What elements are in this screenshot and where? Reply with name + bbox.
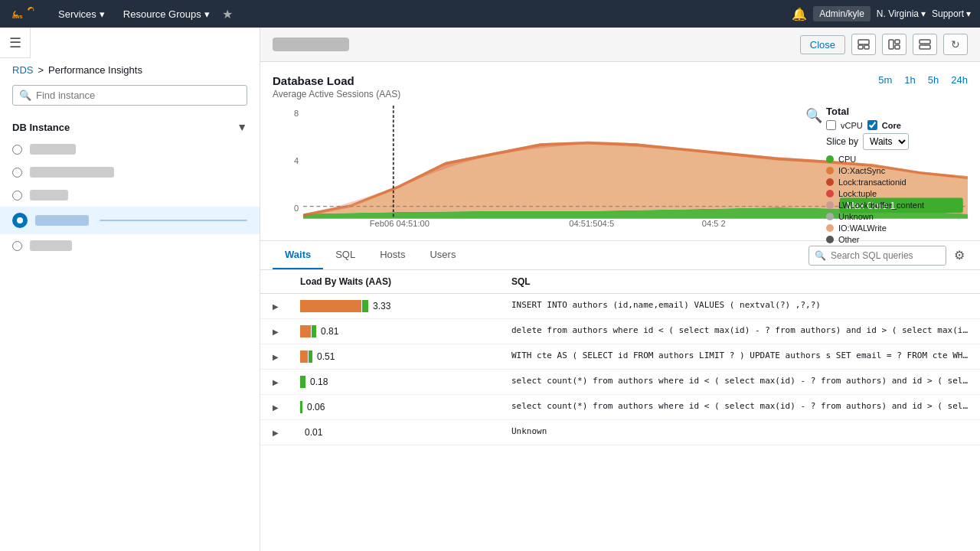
data-table: Load By Waits (AAS) SQL ▶3.33INSERT INTO… — [260, 270, 980, 445]
legend-label-unknown: Unknown — [838, 212, 874, 221]
expand-btn-5[interactable]: ▶ — [270, 427, 282, 439]
layout-icon-btn-1[interactable] — [851, 34, 876, 55]
user-menu[interactable]: Admin/kyle — [813, 6, 871, 21]
table-row: ▶0.18select count(*) from authors where … — [260, 370, 980, 395]
table-row: ▶0.51WITH cte AS ( SELECT id FROM author… — [260, 344, 980, 370]
sql-cell[interactable]: WITH cte AS ( SELECT id FROM authors LIM… — [502, 344, 980, 370]
list-item[interactable] — [0, 138, 260, 161]
bar-segment — [300, 350, 308, 363]
db-radio-3[interactable] — [12, 191, 22, 201]
db-radio-5[interactable] — [12, 241, 22, 251]
legend-dot-lock-tuple — [826, 190, 834, 197]
core-checkbox[interactable] — [867, 120, 877, 130]
vcpu-checkbox[interactable] — [826, 120, 836, 130]
expand-btn-1[interactable]: ▶ — [270, 326, 282, 337]
legend-dot-io-xact — [826, 167, 834, 174]
header-actions: Close — [800, 34, 968, 55]
tab-sql[interactable]: SQL — [323, 241, 368, 269]
legend-lock-tx: Lock:transactionid — [826, 178, 968, 187]
th-expand — [260, 270, 291, 294]
search-queries-input[interactable] — [808, 246, 946, 266]
slice-by-select[interactable]: Waits — [863, 133, 909, 150]
legend-label-lock-tuple: Lock:tuple — [838, 189, 877, 198]
magnify-icon[interactable]: 🔍 — [805, 108, 822, 123]
db-label-blur-1 — [30, 144, 76, 155]
list-item[interactable] — [0, 161, 260, 184]
time-btn-5h[interactable]: 5h — [928, 74, 939, 86]
sql-cell[interactable]: delete from authors where id < ( select … — [502, 319, 980, 344]
legend-lock-tuple: Lock:tuple — [826, 189, 968, 198]
svg-text:Feb06 04:51:00: Feb06 04:51:00 — [370, 219, 430, 228]
db-label-blur-2 — [30, 167, 114, 178]
refresh-icon: ↻ — [951, 38, 960, 51]
legend-dot-lwlock — [826, 201, 834, 209]
chart-area: 8 4 0 — [273, 106, 968, 228]
sql-text: select count(*) from authors where id < … — [511, 376, 971, 386]
list-item[interactable] — [0, 234, 260, 257]
bell-icon[interactable]: 🔔 — [792, 7, 807, 21]
legend-label-io-wal: IO:WALWrite — [838, 223, 887, 233]
tab-waits[interactable]: Waits — [273, 241, 323, 269]
list-item[interactable] — [0, 184, 260, 207]
search-queries-icon: 🔍 — [815, 250, 826, 261]
tab-hosts[interactable]: Hosts — [368, 241, 417, 269]
layout-icon-btn-2[interactable] — [882, 34, 906, 55]
resource-groups-nav[interactable]: Resource Groups ▾ — [117, 5, 216, 23]
load-cell: 0.51 — [291, 344, 502, 370]
legend-label-lock-tx: Lock:transactionid — [838, 178, 906, 187]
bar-segment — [300, 300, 361, 312]
svg-rect-3 — [864, 45, 869, 49]
load-cell: 3.33 — [291, 294, 502, 319]
expand-btn-0[interactable]: ▶ — [270, 301, 282, 312]
sql-cell[interactable]: Unknown — [502, 420, 980, 445]
y-label-8: 8 — [294, 109, 299, 118]
list-item-selected[interactable] — [0, 207, 260, 234]
services-chevron: ▾ — [100, 8, 105, 20]
layout-icon-btn-3[interactable] — [913, 34, 937, 55]
vcpu-label[interactable]: vCPU — [841, 121, 863, 130]
filter-icon[interactable]: ▼ — [237, 121, 247, 133]
legend-dot-io-wal — [826, 224, 834, 232]
svg-rect-1 — [858, 40, 869, 44]
breadcrumb-sep: > — [38, 64, 44, 76]
support-chevron: ▾ — [966, 8, 971, 19]
time-btn-1h[interactable]: 1h — [904, 74, 915, 86]
sql-cell[interactable]: select count(*) from authors where id < … — [502, 370, 980, 395]
search-queries-wrapper: 🔍 — [808, 246, 946, 266]
search-input[interactable] — [36, 90, 240, 101]
load-cell: 0.01 — [291, 420, 502, 445]
top-nav: aws Services ▾ Resource Groups ▾ ★ 🔔 Adm… — [0, 0, 980, 28]
tab-users[interactable]: Users — [417, 241, 468, 269]
support-menu[interactable]: Support ▾ — [932, 8, 971, 19]
rds-link[interactable]: RDS — [12, 64, 33, 76]
refresh-button[interactable]: ↻ — [943, 34, 968, 55]
time-btn-24h[interactable]: 24h — [951, 74, 968, 86]
legend-slice-by: Slice by Waits — [826, 133, 968, 150]
sql-text: select count(*) from authors where id < … — [511, 401, 971, 411]
db-radio-2[interactable] — [12, 168, 22, 178]
core-label[interactable]: Core — [882, 121, 901, 130]
expand-btn-4[interactable]: ▶ — [270, 402, 282, 413]
db-radio-1[interactable] — [12, 145, 22, 155]
close-button[interactable]: Close — [800, 35, 845, 54]
bar-value: 0.81 — [321, 326, 338, 337]
table-row: ▶3.33INSERT INTO authors (id,name,email)… — [260, 294, 980, 319]
svg-rect-6 — [895, 45, 900, 49]
expand-btn-3[interactable]: ▶ — [270, 377, 282, 388]
db-label-blur-3 — [30, 190, 68, 201]
sql-text: delete from authors where id < ( select … — [511, 325, 971, 335]
sidebar-toggle-button[interactable]: ☰ — [0, 28, 31, 58]
services-nav[interactable]: Services ▾ — [52, 5, 111, 23]
chart-container: 8 4 0 — [273, 106, 968, 228]
sql-cell[interactable]: INSERT INTO authors (id,name,email) VALU… — [502, 294, 980, 319]
search-box: 🔍 — [12, 85, 247, 106]
settings-icon-btn[interactable]: ⚙ — [951, 245, 968, 266]
load-cell: 0.18 — [291, 370, 502, 395]
sql-cell[interactable]: select count(*) from authors where id < … — [502, 395, 980, 420]
sql-text: WITH cte AS ( SELECT id FROM authors LIM… — [511, 350, 971, 360]
expand-btn-2[interactable]: ▶ — [270, 351, 282, 363]
time-btn-5m[interactable]: 5m — [878, 74, 892, 86]
bar-value: 0.06 — [307, 402, 325, 412]
region-selector[interactable]: N. Virginia ▾ — [877, 8, 926, 19]
legend-dot-unknown — [826, 213, 834, 220]
